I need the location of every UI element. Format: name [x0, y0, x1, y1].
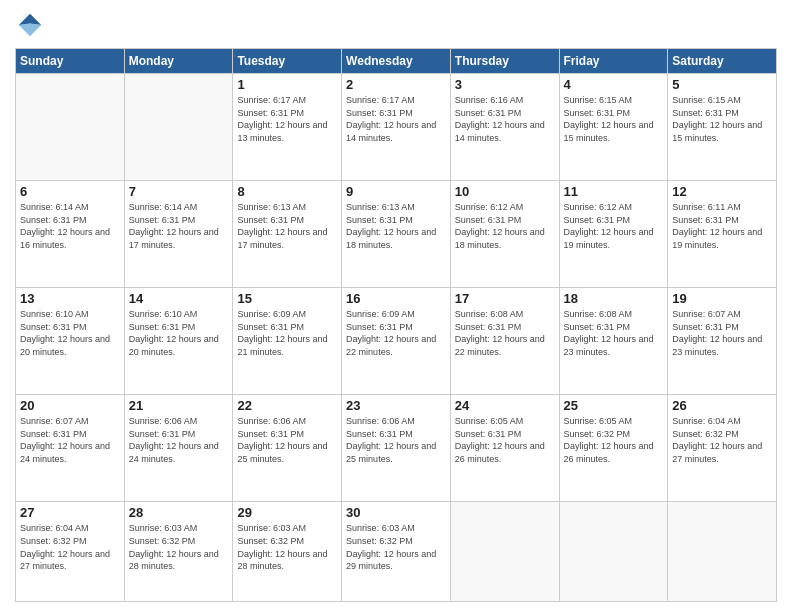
day-number: 17 [455, 291, 555, 306]
calendar-cell: 7Sunrise: 6:14 AM Sunset: 6:31 PM Daylig… [124, 181, 233, 288]
calendar-cell: 16Sunrise: 6:09 AM Sunset: 6:31 PM Dayli… [342, 288, 451, 395]
calendar-cell: 5Sunrise: 6:15 AM Sunset: 6:31 PM Daylig… [668, 74, 777, 181]
day-of-week-header: Sunday [16, 49, 125, 74]
calendar-cell: 8Sunrise: 6:13 AM Sunset: 6:31 PM Daylig… [233, 181, 342, 288]
calendar-week-row: 27Sunrise: 6:04 AM Sunset: 6:32 PM Dayli… [16, 502, 777, 602]
day-number: 19 [672, 291, 772, 306]
logo [15, 10, 49, 40]
calendar-cell: 28Sunrise: 6:03 AM Sunset: 6:32 PM Dayli… [124, 502, 233, 602]
calendar-cell: 22Sunrise: 6:06 AM Sunset: 6:31 PM Dayli… [233, 395, 342, 502]
day-number: 16 [346, 291, 446, 306]
day-info: Sunrise: 6:17 AM Sunset: 6:31 PM Dayligh… [237, 94, 337, 144]
day-of-week-header: Tuesday [233, 49, 342, 74]
day-info: Sunrise: 6:17 AM Sunset: 6:31 PM Dayligh… [346, 94, 446, 144]
calendar-cell: 27Sunrise: 6:04 AM Sunset: 6:32 PM Dayli… [16, 502, 125, 602]
day-number: 2 [346, 77, 446, 92]
day-info: Sunrise: 6:06 AM Sunset: 6:31 PM Dayligh… [237, 415, 337, 465]
day-info: Sunrise: 6:03 AM Sunset: 6:32 PM Dayligh… [237, 522, 337, 572]
day-info: Sunrise: 6:12 AM Sunset: 6:31 PM Dayligh… [455, 201, 555, 251]
day-info: Sunrise: 6:14 AM Sunset: 6:31 PM Dayligh… [20, 201, 120, 251]
day-number: 1 [237, 77, 337, 92]
day-info: Sunrise: 6:11 AM Sunset: 6:31 PM Dayligh… [672, 201, 772, 251]
day-number: 15 [237, 291, 337, 306]
day-number: 28 [129, 505, 229, 520]
day-number: 11 [564, 184, 664, 199]
calendar-week-row: 6Sunrise: 6:14 AM Sunset: 6:31 PM Daylig… [16, 181, 777, 288]
calendar-cell: 23Sunrise: 6:06 AM Sunset: 6:31 PM Dayli… [342, 395, 451, 502]
day-of-week-header: Wednesday [342, 49, 451, 74]
day-info: Sunrise: 6:03 AM Sunset: 6:32 PM Dayligh… [129, 522, 229, 572]
day-of-week-header: Saturday [668, 49, 777, 74]
calendar-cell: 1Sunrise: 6:17 AM Sunset: 6:31 PM Daylig… [233, 74, 342, 181]
svg-marker-0 [19, 14, 42, 25]
day-info: Sunrise: 6:09 AM Sunset: 6:31 PM Dayligh… [346, 308, 446, 358]
calendar-week-row: 20Sunrise: 6:07 AM Sunset: 6:31 PM Dayli… [16, 395, 777, 502]
calendar-cell: 15Sunrise: 6:09 AM Sunset: 6:31 PM Dayli… [233, 288, 342, 395]
day-number: 6 [20, 184, 120, 199]
calendar-cell: 3Sunrise: 6:16 AM Sunset: 6:31 PM Daylig… [450, 74, 559, 181]
calendar-week-row: 13Sunrise: 6:10 AM Sunset: 6:31 PM Dayli… [16, 288, 777, 395]
day-info: Sunrise: 6:05 AM Sunset: 6:32 PM Dayligh… [564, 415, 664, 465]
day-number: 29 [237, 505, 337, 520]
day-of-week-header: Monday [124, 49, 233, 74]
day-number: 24 [455, 398, 555, 413]
calendar-cell: 6Sunrise: 6:14 AM Sunset: 6:31 PM Daylig… [16, 181, 125, 288]
calendar-cell: 18Sunrise: 6:08 AM Sunset: 6:31 PM Dayli… [559, 288, 668, 395]
header [15, 10, 777, 40]
day-number: 26 [672, 398, 772, 413]
day-info: Sunrise: 6:10 AM Sunset: 6:31 PM Dayligh… [129, 308, 229, 358]
day-info: Sunrise: 6:09 AM Sunset: 6:31 PM Dayligh… [237, 308, 337, 358]
calendar-cell: 21Sunrise: 6:06 AM Sunset: 6:31 PM Dayli… [124, 395, 233, 502]
day-number: 23 [346, 398, 446, 413]
day-number: 22 [237, 398, 337, 413]
day-number: 3 [455, 77, 555, 92]
calendar-cell: 10Sunrise: 6:12 AM Sunset: 6:31 PM Dayli… [450, 181, 559, 288]
day-info: Sunrise: 6:15 AM Sunset: 6:31 PM Dayligh… [672, 94, 772, 144]
day-info: Sunrise: 6:13 AM Sunset: 6:31 PM Dayligh… [346, 201, 446, 251]
day-number: 10 [455, 184, 555, 199]
day-info: Sunrise: 6:14 AM Sunset: 6:31 PM Dayligh… [129, 201, 229, 251]
calendar-cell: 11Sunrise: 6:12 AM Sunset: 6:31 PM Dayli… [559, 181, 668, 288]
calendar-cell [668, 502, 777, 602]
day-number: 14 [129, 291, 229, 306]
day-info: Sunrise: 6:16 AM Sunset: 6:31 PM Dayligh… [455, 94, 555, 144]
day-info: Sunrise: 6:12 AM Sunset: 6:31 PM Dayligh… [564, 201, 664, 251]
calendar-cell: 20Sunrise: 6:07 AM Sunset: 6:31 PM Dayli… [16, 395, 125, 502]
calendar-header-row: SundayMondayTuesdayWednesdayThursdayFrid… [16, 49, 777, 74]
calendar-cell: 17Sunrise: 6:08 AM Sunset: 6:31 PM Dayli… [450, 288, 559, 395]
day-number: 12 [672, 184, 772, 199]
calendar-cell: 24Sunrise: 6:05 AM Sunset: 6:31 PM Dayli… [450, 395, 559, 502]
day-number: 21 [129, 398, 229, 413]
day-info: Sunrise: 6:07 AM Sunset: 6:31 PM Dayligh… [672, 308, 772, 358]
calendar-cell: 2Sunrise: 6:17 AM Sunset: 6:31 PM Daylig… [342, 74, 451, 181]
calendar-cell [450, 502, 559, 602]
day-number: 8 [237, 184, 337, 199]
day-number: 7 [129, 184, 229, 199]
day-info: Sunrise: 6:10 AM Sunset: 6:31 PM Dayligh… [20, 308, 120, 358]
day-info: Sunrise: 6:13 AM Sunset: 6:31 PM Dayligh… [237, 201, 337, 251]
day-number: 5 [672, 77, 772, 92]
day-info: Sunrise: 6:06 AM Sunset: 6:31 PM Dayligh… [346, 415, 446, 465]
calendar-cell: 29Sunrise: 6:03 AM Sunset: 6:32 PM Dayli… [233, 502, 342, 602]
day-number: 25 [564, 398, 664, 413]
day-info: Sunrise: 6:06 AM Sunset: 6:31 PM Dayligh… [129, 415, 229, 465]
day-number: 27 [20, 505, 120, 520]
calendar-cell [124, 74, 233, 181]
calendar-cell [16, 74, 125, 181]
calendar-week-row: 1Sunrise: 6:17 AM Sunset: 6:31 PM Daylig… [16, 74, 777, 181]
day-number: 13 [20, 291, 120, 306]
day-number: 4 [564, 77, 664, 92]
calendar-cell: 30Sunrise: 6:03 AM Sunset: 6:32 PM Dayli… [342, 502, 451, 602]
calendar-table: SundayMondayTuesdayWednesdayThursdayFrid… [15, 48, 777, 602]
calendar-cell: 14Sunrise: 6:10 AM Sunset: 6:31 PM Dayli… [124, 288, 233, 395]
calendar-cell: 9Sunrise: 6:13 AM Sunset: 6:31 PM Daylig… [342, 181, 451, 288]
day-number: 9 [346, 184, 446, 199]
day-info: Sunrise: 6:15 AM Sunset: 6:31 PM Dayligh… [564, 94, 664, 144]
day-info: Sunrise: 6:03 AM Sunset: 6:32 PM Dayligh… [346, 522, 446, 572]
calendar-cell: 19Sunrise: 6:07 AM Sunset: 6:31 PM Dayli… [668, 288, 777, 395]
day-info: Sunrise: 6:07 AM Sunset: 6:31 PM Dayligh… [20, 415, 120, 465]
day-info: Sunrise: 6:04 AM Sunset: 6:32 PM Dayligh… [20, 522, 120, 572]
logo-icon [15, 10, 45, 40]
calendar-cell: 26Sunrise: 6:04 AM Sunset: 6:32 PM Dayli… [668, 395, 777, 502]
calendar-cell: 4Sunrise: 6:15 AM Sunset: 6:31 PM Daylig… [559, 74, 668, 181]
